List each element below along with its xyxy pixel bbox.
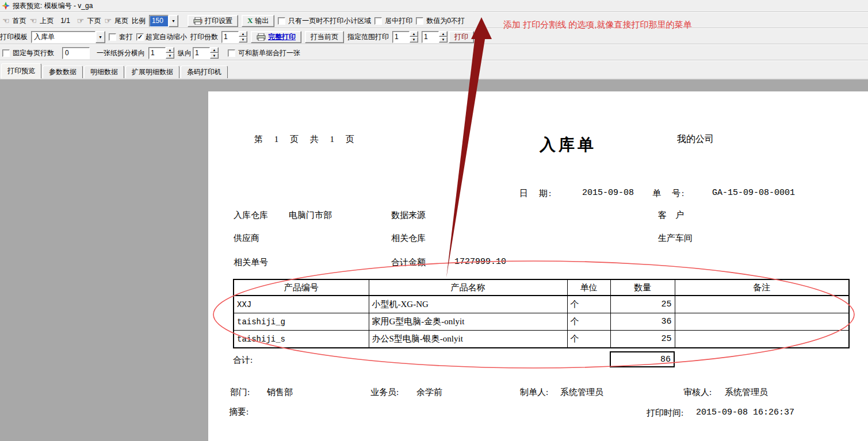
print-current-page-button[interactable]: 打当前页 — [305, 31, 344, 43]
scale-label: 比例 — [132, 16, 146, 26]
full-print-label: 完整打印 — [268, 32, 296, 42]
related-no-label: 相关单号 — [234, 257, 268, 268]
annotation-note: 添加 打印分割线 的选项,就像直接打印那里的菜单 — [503, 20, 692, 30]
checkbox-box[interactable] — [2, 49, 10, 57]
checkbox-box[interactable] — [109, 33, 116, 41]
full-print-button[interactable]: 完整打印 — [251, 31, 301, 43]
related-warehouse-label: 相关仓库 — [391, 233, 426, 244]
preview-area: 第 1 页 共 1 页 入库单 我的公司 日 期: 2015-09-08 单 号… — [0, 78, 868, 441]
print-settings-button[interactable]: 打印设置 — [188, 15, 238, 27]
tab-detail-data[interactable]: 明细数据 — [84, 66, 124, 79]
copies-value[interactable]: 1 — [221, 31, 239, 43]
printer-icon — [193, 17, 202, 25]
workshop-label: 生产车间 — [658, 233, 693, 244]
autoshrink-checkbox[interactable]: ✓ 超宽自动缩小 — [136, 32, 187, 42]
toolbar-print: 打印模板 入库单 ▼ 套打 ✓ 超宽自动缩小 打印份数 1 ▲ ▼ 完整打印 打… — [0, 28, 868, 45]
checkbox-box[interactable] — [416, 17, 423, 25]
checkbox-box[interactable] — [374, 17, 382, 25]
summary-label: 摘要: — [229, 407, 248, 417]
cell-qty: 25 — [610, 296, 675, 313]
date-label: 日 期: — [519, 188, 552, 199]
combine-label: 可和新单据合打一张 — [238, 48, 300, 58]
window-title: 报表预览: 模板编号 - v_ga — [13, 1, 93, 11]
skip-subtotal-label: 只有一页时不打印小计区域 — [288, 16, 371, 26]
spin-down-icon[interactable]: ▼ — [239, 37, 247, 43]
items-table: 产品编号 产品名称 单位 数量 备注 XXJ 小型机-XG-NG 个 25 ta… — [233, 279, 850, 348]
chevron-down-icon[interactable]: ▼ — [95, 31, 105, 43]
cell-remark — [675, 331, 849, 348]
split-vertical-value[interactable]: 1 — [193, 47, 210, 59]
template-combobox[interactable]: 入库单 ▼ — [31, 31, 105, 43]
cell-qty: 36 — [610, 313, 675, 331]
template-label: 打印模板 — [0, 32, 28, 42]
range-from-value[interactable]: 1 — [392, 31, 410, 43]
toolbar-navigation: ☜ 首页 ☜ 上页 1/1 ☞ 下页 ☞ 尾页 比例 150 ▼ 打印设置 X … — [0, 12, 868, 29]
fixed-rows-input[interactable]: 0 — [62, 47, 90, 59]
scale-combobox[interactable]: 150 ▼ — [149, 15, 178, 27]
page-count-info: 第 1 页 共 1 页 — [254, 134, 354, 145]
print-label: 打印 — [454, 32, 468, 42]
tab-print-preview[interactable]: 打印预览 — [1, 63, 41, 79]
hand-right-icon: ☞ — [104, 17, 112, 25]
spin-up-icon[interactable]: ▲ — [410, 31, 418, 37]
fixed-rows-label: 固定每页行数 — [13, 48, 54, 58]
zero-noprint-checkbox[interactable]: 数值为0不打 — [416, 16, 465, 26]
spin-down-icon[interactable]: ▼ — [410, 37, 418, 43]
spin-up-icon[interactable]: ▲ — [439, 31, 448, 37]
data-source-label: 数据来源 — [391, 210, 426, 221]
template-value: 入库单 — [31, 31, 95, 43]
zero-noprint-label: 数值为0不打 — [426, 16, 465, 26]
range-to-stepper[interactable]: 1 ▲ ▼ — [422, 31, 448, 43]
skip-subtotal-checkbox[interactable]: 只有一页时不打印小计区域 — [278, 16, 371, 26]
split-horizontal-value[interactable]: 1 — [148, 47, 166, 59]
split-horizontal-label: 一张纸拆分横向 — [97, 48, 145, 58]
range-from-stepper[interactable]: 1 ▲ ▼ — [392, 31, 418, 43]
checkbox-box-checked[interactable]: ✓ — [136, 33, 144, 41]
range-to-value[interactable]: 1 — [422, 31, 439, 43]
combine-checkbox[interactable]: 可和新单据合打一张 — [228, 48, 300, 58]
hand-right-icon: ☞ — [77, 17, 85, 25]
split-horizontal-stepper[interactable]: 1 ▲ ▼ — [148, 47, 174, 59]
print-button[interactable]: 打印 — [449, 31, 474, 43]
spin-down-icon[interactable]: ▼ — [210, 53, 219, 59]
cell-remark — [675, 313, 849, 331]
maker-label: 制单人: — [520, 387, 548, 398]
fixed-rows-checkbox[interactable]: 固定每页行数 — [2, 48, 54, 58]
split-vertical-stepper[interactable]: 1 ▲ ▼ — [193, 47, 219, 59]
cell-product-code: taishiji_s — [234, 331, 369, 348]
tab-barcode-printer[interactable]: 条码打印机 — [181, 66, 228, 79]
warehouse-label: 入库仓库 — [234, 210, 268, 221]
first-page-button[interactable]: ☜ 首页 — [2, 16, 26, 26]
center-print-checkbox[interactable]: 居中打印 — [374, 16, 412, 26]
spin-up-icon[interactable]: ▲ — [239, 31, 247, 37]
preview-page: 第 1 页 共 1 页 入库单 我的公司 日 期: 2015-09-08 单 号… — [208, 91, 868, 441]
prev-page-button[interactable]: ☜ 上页 — [30, 16, 54, 26]
toolbar-page-split: 固定每页行数 0 一张纸拆分横向 1 ▲ ▼ 纵向 1 ▲ ▼ 可和新单据合打一… — [0, 44, 868, 61]
last-page-button[interactable]: ☞ 尾页 — [104, 16, 128, 26]
prev-page-label: 上页 — [40, 16, 53, 26]
autoshrink-label: 超宽自动缩小 — [146, 32, 187, 42]
chevron-down-icon[interactable]: ▼ — [169, 15, 178, 27]
dept-value: 销售部 — [267, 387, 293, 398]
tab-ext-detail-data[interactable]: 扩展明细数据 — [125, 66, 179, 79]
checkbox-box[interactable] — [228, 49, 235, 57]
copies-stepper[interactable]: 1 ▲ ▼ — [221, 31, 247, 43]
spin-down-icon[interactable]: ▼ — [439, 37, 448, 43]
company-name: 我的公司 — [677, 133, 714, 145]
print-current-page-label: 打当前页 — [311, 32, 338, 42]
next-page-button[interactable]: ☞ 下页 — [77, 16, 101, 26]
spin-up-icon[interactable]: ▲ — [210, 47, 219, 53]
checkbox-box[interactable] — [278, 17, 285, 25]
cell-unit: 个 — [567, 331, 610, 348]
overlay-print-checkbox[interactable]: 套打 — [109, 32, 133, 42]
table-row: XXJ 小型机-XG-NG 个 25 — [234, 296, 849, 313]
tab-bar: 打印预览 参数数据 明细数据 扩展明细数据 条码打印机 — [0, 60, 868, 79]
cell-product-name: 小型机-XG-NG — [369, 296, 567, 313]
spin-up-icon[interactable]: ▲ — [166, 47, 174, 53]
copies-label: 打印份数 — [190, 32, 218, 42]
spin-down-icon[interactable]: ▼ — [166, 53, 174, 59]
app-icon — [2, 2, 10, 10]
export-button[interactable]: X 输出 — [242, 15, 274, 27]
tab-param-data[interactable]: 参数数据 — [43, 66, 83, 79]
page-indicator: 1/1 — [60, 17, 70, 25]
